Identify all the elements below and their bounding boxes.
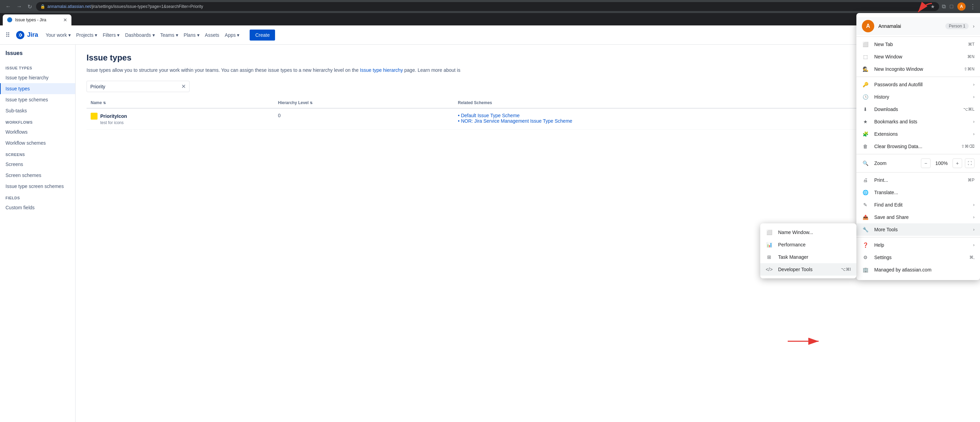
submenu-performance[interactable]: 📊 Performance	[760, 238, 856, 251]
hierarchy-level-cell: 0	[274, 108, 453, 129]
zoom-controls: − 100% + ⛶	[921, 158, 975, 168]
dev-tools-icon: </>	[766, 266, 773, 273]
sidebar-item-custom-fields[interactable]: Custom fields	[0, 202, 75, 213]
sidebar-section-issue-types: ISSUE TYPES	[0, 62, 75, 72]
passwords-arrow-icon: ›	[973, 82, 975, 87]
nav-dashboards[interactable]: Dashboards ▾	[123, 31, 157, 39]
sidebar-item-screens[interactable]: Screens	[0, 159, 75, 170]
nav-plans[interactable]: Plans ▾	[181, 31, 202, 39]
tab-bar: 🔵 Issue types - Jira ✕	[0, 13, 980, 26]
menu-help[interactable]: ❓ Help ›	[856, 239, 980, 251]
hierarchy-level-value: 0	[278, 113, 280, 118]
task-manager-icon: ⊞	[766, 254, 773, 261]
more-tools-icon: 🔧	[862, 226, 869, 233]
menu-history[interactable]: 🕒 History ›	[856, 91, 980, 103]
page-title: Issue types	[86, 53, 969, 62]
save-arrow-icon: ›	[973, 215, 975, 220]
sidebar-item-issue-type-hierarchy[interactable]: Issue type hierarchy	[0, 72, 75, 83]
search-filter-box[interactable]: ✕	[86, 81, 189, 92]
history-arrow-icon: ›	[973, 94, 975, 99]
clear-search-button[interactable]: ✕	[181, 83, 186, 90]
zoom-minus-button[interactable]: −	[921, 158, 931, 168]
col-hierarchy-level[interactable]: Hierarchy Level ⇅	[274, 98, 453, 108]
sidebar-item-issue-type-screen-schemes[interactable]: Issue type screen schemes	[0, 181, 75, 192]
tab-title: Issue types - Jira	[15, 18, 60, 22]
sidebar-item-issue-types[interactable]: Issue types	[0, 83, 75, 94]
issue-type-description: test for icons	[91, 120, 270, 125]
new-tab-icon: ⬜	[862, 41, 869, 48]
issue-type-name: PriorityIcon	[91, 113, 270, 120]
submenu-name-window[interactable]: ⬜ Name Window...	[760, 226, 856, 238]
menu-extensions[interactable]: 🧩 Extensions ›	[856, 128, 980, 140]
find-arrow-icon: ›	[973, 202, 975, 207]
tab-close-button[interactable]: ✕	[63, 17, 67, 23]
main-nav: Your work ▾ Projects ▾ Filters ▾ Dashboa…	[44, 31, 242, 39]
menu-print[interactable]: 🖨 Print... ⌘P	[856, 174, 980, 186]
zoom-plus-button[interactable]: +	[953, 158, 962, 168]
grid-icon[interactable]: ⠿	[5, 31, 10, 39]
menu-find-edit[interactable]: ✎ Find and Edit ›	[856, 199, 980, 211]
clear-icon: 🗑	[862, 143, 869, 150]
menu-profile-section: A Annamalai Person 1 ›	[856, 16, 980, 37]
nav-your-work[interactable]: Your work ▾	[44, 31, 73, 39]
zoom-fullscreen-button[interactable]: ⛶	[965, 158, 975, 168]
menu-bookmarks[interactable]: ★ Bookmarks and lists ›	[856, 115, 980, 128]
nav-projects[interactable]: Projects ▾	[74, 31, 99, 39]
profile-menu-item[interactable]: A Annamalai Person 1 ›	[856, 17, 980, 35]
back-button[interactable]: ←	[4, 2, 12, 11]
menu-new-incognito[interactable]: 🕵 New Incognito Window ⇧⌘N	[856, 63, 980, 75]
menu-managed[interactable]: 🏢 Managed by atlassian.com	[856, 264, 980, 276]
nav-filters[interactable]: Filters ▾	[100, 31, 122, 39]
menu-save-share[interactable]: 📤 Save and Share ›	[856, 211, 980, 223]
profile-badge: Person 1	[945, 23, 969, 29]
menu-passwords[interactable]: 🔑 Passwords and Autofill ›	[856, 78, 980, 91]
name-sort-icon: ⇅	[103, 101, 106, 105]
extensions-icon[interactable]: ⧉	[942, 3, 946, 10]
help-icon: ❓	[862, 241, 869, 248]
submenu-task-manager[interactable]: ⊞ Task Manager	[760, 251, 856, 263]
issue-type-search-input[interactable]	[90, 84, 181, 90]
kebab-menu-button[interactable]: ⋮	[970, 3, 976, 10]
menu-new-tab[interactable]: ⬜ New Tab ⌘T	[856, 38, 980, 51]
reload-button[interactable]: ↻	[26, 2, 33, 11]
profile-icon[interactable]: □	[950, 3, 953, 10]
address-bar[interactable]: 🔒 annamalai.atlassian.net/jira/settings/…	[36, 2, 939, 11]
browser-chrome: ← → ↻ 🔒 annamalai.atlassian.net/jira/set…	[0, 0, 980, 13]
menu-new-section: ⬜ New Tab ⌘T ⬚ New Window ⌘N 🕵 New Incog…	[856, 37, 980, 77]
issue-type-label[interactable]: PriorityIcon	[100, 113, 127, 119]
forward-button[interactable]: →	[15, 2, 23, 11]
submenu-developer-tools[interactable]: </> Developer Tools ⌥⌘I	[760, 263, 856, 276]
menu-downloads[interactable]: ⬇ Downloads ⌥⌘L	[856, 103, 980, 115]
sidebar-item-sub-tasks[interactable]: Sub-tasks	[0, 105, 75, 116]
browser-icons: ⧉ □ A ⋮	[942, 2, 976, 11]
sidebar-item-workflows[interactable]: Workflows	[0, 126, 75, 137]
col-name[interactable]: Name ⇅	[86, 98, 274, 108]
help-arrow-icon: ›	[973, 243, 975, 248]
sidebar-item-screen-schemes[interactable]: Screen schemes	[0, 170, 75, 181]
issue-type-hierarchy-link[interactable]: Issue type hierarchy	[360, 67, 403, 73]
jira-logo-text: Jira	[27, 31, 38, 38]
bookmark-icon: ★	[862, 118, 869, 125]
active-tab[interactable]: 🔵 Issue types - Jira ✕	[3, 14, 72, 26]
nav-apps[interactable]: Apps ▾	[223, 31, 242, 39]
user-avatar[interactable]: A	[957, 2, 966, 11]
menu-actions-section: 🖨 Print... ⌘P 🌐 Translate... ✎ Find and …	[856, 173, 980, 237]
sidebar-section-screens: SCREENS	[0, 149, 75, 159]
create-button[interactable]: Create	[250, 30, 275, 40]
menu-clear-data[interactable]: 🗑 Clear Browsing Data... ⇧⌘⌫	[856, 140, 980, 153]
profile-avatar: A	[862, 20, 874, 32]
sidebar-item-issue-type-schemes[interactable]: Issue type schemes	[0, 94, 75, 105]
menu-more-tools[interactable]: 🔧 More Tools › ⬜ Name Window... 📊 Perfor…	[856, 223, 980, 236]
sidebar-item-workflow-schemes[interactable]: Workflow schemes	[0, 137, 75, 149]
table-header: Name ⇅ Hierarchy Level ⇅ Related Schemes	[86, 98, 969, 108]
nav-assets[interactable]: Assets	[203, 31, 221, 39]
password-icon: 🔑	[862, 81, 869, 88]
menu-new-window[interactable]: ⬚ New Window ⌘N	[856, 51, 980, 63]
menu-translate[interactable]: 🌐 Translate...	[856, 186, 980, 199]
jira-logo[interactable]: Jira	[16, 30, 38, 40]
sidebar-section-fields: FIELDS	[0, 192, 75, 202]
url-display: annamalai.atlassian.net/jira/settings/is…	[48, 4, 929, 9]
menu-settings[interactable]: ⚙ Settings ⌘,	[856, 251, 980, 264]
nav-teams[interactable]: Teams ▾	[158, 31, 180, 39]
zoom-icon: 🔍	[862, 160, 869, 167]
